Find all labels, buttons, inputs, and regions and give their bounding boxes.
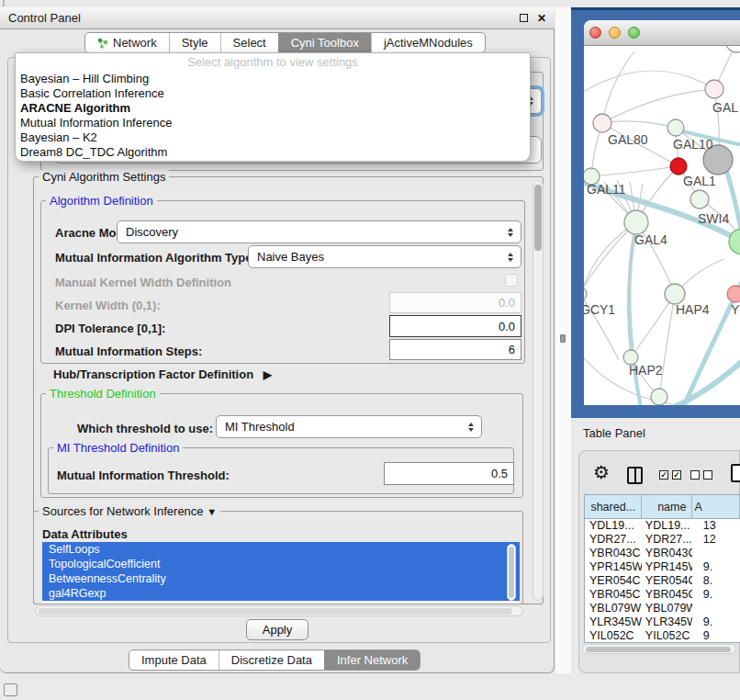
stepper-icon: [504, 228, 516, 237]
node-gal80[interactable]: [593, 114, 611, 132]
splitter-handle[interactable]: [560, 334, 566, 343]
mi-steps-field[interactable]: 6: [389, 339, 521, 360]
mi-type-combo[interactable]: Naive Bayes: [248, 245, 521, 268]
algorithm-option[interactable]: Basic Correlation Inference: [16, 86, 530, 101]
attribute-list-scrollbar[interactable]: [507, 544, 516, 601]
table-row[interactable]: YIL052CYIL052C9: [585, 629, 740, 643]
settings-group-title: Cyni Algorithm Settings: [39, 170, 169, 184]
table-cell: 13: [692, 519, 740, 533]
node-swi4[interactable]: [690, 190, 709, 209]
select-all-icon[interactable]: ✓: [659, 470, 668, 480]
attribute-item[interactable]: SelfLoops: [42, 542, 520, 557]
node-gal10[interactable]: [667, 119, 684, 136]
tab-network[interactable]: Network: [85, 33, 169, 52]
algorithm-option[interactable]: ARACNE Algorithm: [16, 101, 530, 116]
apply-button[interactable]: Apply: [246, 619, 308, 640]
table-row[interactable]: YPR145WYPR145W9.: [585, 560, 740, 574]
settings-scrollbar[interactable]: [533, 180, 544, 601]
dpi-tolerance-field[interactable]: 0.0: [389, 315, 521, 337]
node-y[interactable]: [727, 286, 740, 302]
table-row[interactable]: YDR27...YDR27...12: [585, 533, 740, 547]
node[interactable]: [651, 389, 667, 405]
table-row[interactable]: YER054CYER054C8.: [585, 574, 740, 588]
float-window-icon[interactable]: [520, 14, 528, 22]
table-row[interactable]: YBR043CYBR043C: [585, 547, 740, 560]
minimize-traffic-light[interactable]: [609, 27, 621, 39]
tab-discretize-data[interactable]: Discretize Data: [219, 650, 324, 670]
table-cell: YBL079W: [585, 602, 642, 615]
which-threshold-combo[interactable]: MI Threshold: [216, 415, 482, 438]
algorithm-option[interactable]: Bayesian – Hill Climbing: [16, 72, 530, 86]
tab-label: Discretize Data: [231, 653, 312, 667]
algorithm-option[interactable]: Dream8 DC_TDC Algorithm: [16, 145, 530, 160]
zoom-traffic-light[interactable]: [628, 27, 640, 39]
close-traffic-light[interactable]: [589, 27, 601, 39]
table-hscrollbar[interactable]: [582, 644, 736, 654]
settings-hscrollbar[interactable]: [35, 605, 523, 616]
tab-select[interactable]: Select: [220, 33, 278, 52]
manual-kernel-checkbox[interactable]: [505, 274, 518, 287]
bottom-tabs: Impute DataDiscretize DataInfer Network: [129, 649, 420, 671]
tab-label: Impute Data: [141, 653, 207, 667]
node-table: shared...nameA YDL19...YDL19...13YDR27..…: [584, 494, 740, 643]
scrollbar-thumb[interactable]: [509, 547, 514, 598]
algorithm-option[interactable]: Mutual Information Inference: [16, 116, 530, 130]
select-all-icon[interactable]: ✓: [672, 470, 681, 480]
network-canvas[interactable]: GALGAL80GAL10GAL1GAL11SWI4GAL4GCY1HAP4YH…: [584, 46, 740, 405]
table-row[interactable]: YLR345WYLR345W9.: [585, 615, 740, 629]
close-icon[interactable]: ✕: [537, 13, 546, 24]
node-label: GAL4: [634, 232, 667, 247]
column-header[interactable]: A: [692, 495, 740, 518]
mi-threshold-field[interactable]: 0.5: [384, 462, 514, 485]
tab-impute-data[interactable]: Impute Data: [129, 650, 219, 670]
attribute-item[interactable]: BetweennessCentrality: [42, 571, 520, 586]
tab-jactivemnodules[interactable]: jActiveMNodules: [371, 33, 485, 52]
node-gal4[interactable]: [624, 210, 648, 234]
table-cell: YBR043C: [642, 547, 692, 560]
network-window-titlebar[interactable]: [584, 20, 740, 46]
node-gcy1[interactable]: [584, 287, 587, 301]
tab-infer-network[interactable]: Infer Network: [324, 650, 420, 670]
table-cell: YPR145W: [585, 560, 642, 574]
attribute-item[interactable]: TopologicalCoefficient: [42, 557, 520, 571]
stepper-icon: [504, 253, 516, 262]
table-row[interactable]: YBL079WYBL079W: [585, 602, 740, 615]
attribute-item[interactable]: gal4RGexp: [42, 586, 520, 601]
dropdown-prompt: Select algorithm to view settings: [16, 53, 530, 72]
deselect-all-icon[interactable]: [690, 470, 700, 480]
columns-icon[interactable]: [627, 467, 643, 484]
sources-group-title[interactable]: Sources for Network Inference ▼: [39, 504, 220, 518]
hub-definition-toggle[interactable]: Hub/Transcription Factor Definition ▶: [53, 367, 272, 381]
table-cell: 9: [692, 629, 740, 643]
column-header[interactable]: shared...: [585, 495, 642, 518]
table-cell: YER054C: [642, 574, 692, 588]
node-hap4[interactable]: [665, 284, 685, 304]
node-label: GAL: [712, 100, 738, 115]
aracne-mode-combo[interactable]: Discovery: [117, 220, 521, 243]
export-table-icon[interactable]: [731, 464, 740, 482]
scrollbar-thumb[interactable]: [586, 647, 731, 652]
node-label: GAL80: [608, 132, 648, 147]
algorithm-option[interactable]: Bayesian – K2: [16, 130, 530, 145]
dpi-tolerance-label: DPI Tolerance [0,1]:: [55, 322, 165, 335]
table-row[interactable]: YDL19...YDL19...13: [585, 519, 740, 533]
panel-title: Control Panel: [8, 11, 81, 25]
scrollbar-thumb[interactable]: [534, 185, 542, 251]
tab-style[interactable]: Style: [169, 33, 220, 52]
scrollbar-thumb[interactable]: [39, 608, 512, 615]
deselect-all-icon[interactable]: [703, 470, 712, 480]
tab-cyni-toolbox[interactable]: Cyni Toolbox: [278, 33, 371, 52]
node-gal1[interactable]: [670, 158, 687, 175]
gear-icon[interactable]: ⚙: [593, 463, 610, 481]
minimized-panel-icon[interactable]: [4, 683, 17, 696]
column-header[interactable]: name: [642, 495, 692, 518]
stepper-icon: [465, 423, 477, 432]
table-cell: 9.: [692, 560, 740, 574]
screen: Control Panel ✕ NetworkStyleSelectCyni T…: [0, 0, 740, 700]
node[interactable]: [726, 46, 740, 52]
table-cell: YLR345W: [585, 615, 642, 629]
node-gal[interactable]: [705, 80, 723, 98]
tab-label: Network: [113, 36, 157, 50]
node-label: HAP4: [676, 302, 710, 317]
table-row[interactable]: YBR045CYBR045C9.: [585, 588, 740, 602]
